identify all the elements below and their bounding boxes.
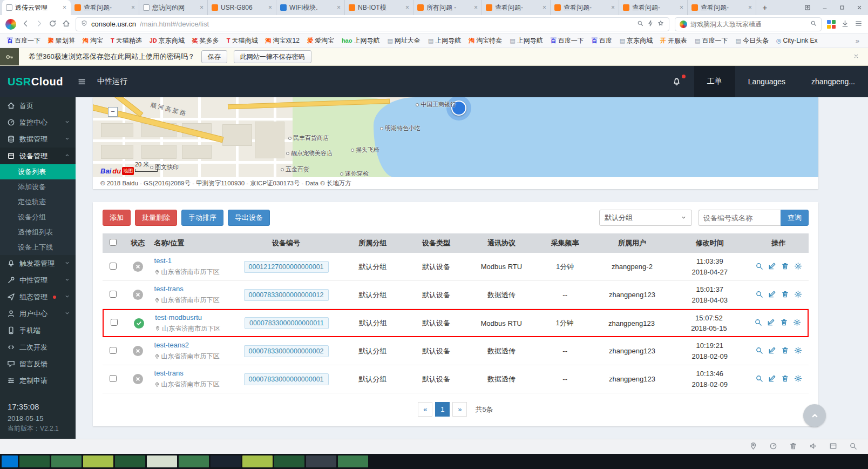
browser-tab[interactable]: USR-G806 ×	[208, 0, 276, 15]
map-zoom-out-button[interactable]: −	[108, 107, 118, 117]
save-password-button[interactable]: 保存	[201, 50, 227, 63]
view-icon[interactable]	[755, 290, 763, 300]
device-name-link[interactable]: test-modbusrtu	[155, 313, 202, 321]
search-icon[interactable]	[810, 20, 817, 28]
forward-icon[interactable]	[35, 19, 43, 29]
view-icon[interactable]	[755, 262, 763, 272]
bookmark-item[interactable]: 聚 聚划算	[44, 36, 79, 45]
bookmark-item[interactable]: T 天猫精选	[107, 36, 146, 45]
browser-search-input[interactable]	[690, 21, 807, 28]
add-button[interactable]: 添加	[103, 210, 131, 226]
browser-tab[interactable]: 查看问题- ×	[619, 0, 688, 15]
sidebar-submenu-item[interactable]: 设备列表	[0, 164, 76, 179]
browser-tab[interactable]: 查看问题- ×	[482, 0, 551, 15]
browser-menu-icon[interactable]	[855, 19, 863, 29]
bookmark-item[interactable]: T 天猫商城	[223, 36, 262, 45]
tab-close-icon[interactable]: ×	[200, 4, 204, 11]
browser-tab[interactable]: NB-IOT模 ×	[345, 0, 413, 15]
apps-grid-icon[interactable]	[827, 20, 836, 29]
bookmark-item[interactable]: ▤ 今日头条	[731, 36, 772, 45]
row-checkbox[interactable]	[110, 375, 117, 382]
bookmark-item[interactable]: 奖 奖多多	[188, 36, 223, 45]
browser-tab[interactable]: 透传云管理 ×	[2, 0, 71, 15]
device-id[interactable]: 00012127000000000001	[244, 261, 329, 273]
device-id[interactable]: 00007833000000000001	[244, 373, 329, 385]
delete-icon[interactable]	[780, 318, 788, 328]
sidebar-item[interactable]: 用户中心	[0, 305, 76, 322]
languages-item[interactable]: Languages	[735, 66, 798, 97]
device-name-link[interactable]: test-trans	[154, 285, 184, 293]
sidebar-item[interactable]: 留言反馈	[0, 356, 76, 372]
taskbar-window[interactable]	[306, 455, 336, 467]
bookmark-item[interactable]: ▤ 上网导航	[424, 36, 465, 45]
view-icon[interactable]	[755, 346, 763, 356]
edit-icon[interactable]	[768, 374, 776, 384]
device-search-input[interactable]	[699, 210, 781, 226]
device-id[interactable]: 00007833000000000011	[245, 317, 329, 329]
export-devices-button[interactable]: 导出设备	[228, 210, 270, 226]
taskbar-window[interactable]	[274, 455, 304, 467]
tab-close-icon[interactable]: ×	[268, 4, 272, 11]
taskbar-window[interactable]	[147, 455, 177, 467]
tab-close-icon[interactable]: ×	[405, 4, 409, 11]
bookmark-item[interactable]: JD 京东商城	[146, 36, 188, 45]
bookmark-item[interactable]: 淘 淘宝	[79, 36, 107, 45]
taskbar-window[interactable]	[211, 455, 241, 467]
sidebar-submenu-item[interactable]: 设备分组	[0, 210, 76, 225]
bookmark-item[interactable]: ▤ 京东商城	[616, 36, 656, 45]
taskbar-window[interactable]	[51, 455, 82, 467]
window-icon[interactable]	[829, 442, 837, 452]
close-icon[interactable]	[851, 0, 868, 15]
sidebar-item[interactable]: 组态管理	[0, 289, 76, 305]
bookmarks-overflow-icon[interactable]: »	[850, 37, 865, 45]
home-icon[interactable]	[62, 19, 70, 29]
row-checkbox[interactable]	[110, 347, 117, 354]
bookmark-item[interactable]: hao 上网导航	[338, 36, 384, 45]
view-icon[interactable]	[754, 318, 762, 328]
browser-tab[interactable]: 查看问题- ×	[71, 0, 139, 15]
browser-tab[interactable]: 查看问题- ×	[551, 0, 619, 15]
device-id[interactable]: 00007833000000000002	[244, 345, 329, 357]
sidebar-item[interactable]: 二次开发	[0, 339, 76, 356]
sidebar-item[interactable]: 首页	[0, 97, 76, 114]
settings-icon[interactable]	[794, 262, 802, 272]
bookmark-item[interactable]: 爱 爱淘宝	[303, 36, 338, 45]
select-all-checkbox[interactable]	[110, 239, 117, 246]
group-filter-select[interactable]: 默认分组	[599, 210, 692, 226]
sidebar-item[interactable]: 数据管理	[0, 131, 76, 148]
tab-close-icon[interactable]: ×	[63, 4, 66, 11]
sidebar-item[interactable]: 监控中心	[0, 114, 76, 131]
bookmark-item[interactable]: 淘 淘宝特卖	[465, 36, 506, 45]
settings-icon[interactable]	[794, 346, 802, 356]
device-id[interactable]: 00007833000000000012	[244, 289, 329, 301]
taskbar-window[interactable]	[115, 455, 145, 467]
user-menu[interactable]: zhangpeng...	[798, 66, 868, 97]
taskbar-window[interactable]	[179, 455, 209, 467]
usrcloud-logo[interactable]: USRCloud	[0, 76, 69, 88]
browser-logo[interactable]	[5, 19, 16, 30]
browser-tab[interactable]: 所有问题 - ×	[413, 0, 482, 15]
trash-icon[interactable]	[789, 442, 797, 452]
tab-close-icon[interactable]: ×	[748, 4, 752, 11]
delete-icon[interactable]	[781, 290, 789, 300]
sidebar-submenu-item[interactable]: 透传组列表	[0, 225, 76, 240]
sidebar-item[interactable]: 触发器管理	[0, 255, 76, 272]
prev-page-button[interactable]: «	[418, 402, 432, 417]
new-tab-button[interactable]: +	[758, 2, 772, 14]
row-checkbox[interactable]	[110, 263, 117, 270]
view-icon[interactable]	[755, 374, 763, 384]
edit-icon[interactable]	[768, 346, 776, 356]
bookmark-item[interactable]: 开 开服表	[656, 36, 691, 45]
notifications-bell-icon[interactable]	[659, 66, 694, 97]
device-name-link[interactable]: test-teans2	[154, 341, 189, 349]
query-button[interactable]: 查询	[781, 210, 809, 226]
bookmark-item[interactable]: ▤ 网址大全	[383, 36, 424, 45]
taskbar-window[interactable]	[338, 455, 368, 467]
scroll-to-top-button[interactable]	[803, 404, 826, 427]
boss-key-icon[interactable]	[799, 0, 816, 15]
delete-icon[interactable]	[781, 262, 789, 272]
browser-tab[interactable]: 查看问题- ×	[688, 0, 756, 15]
site-security-icon[interactable]	[81, 20, 87, 28]
minimize-icon[interactable]	[816, 0, 833, 15]
pushpin-icon[interactable]	[749, 442, 757, 452]
